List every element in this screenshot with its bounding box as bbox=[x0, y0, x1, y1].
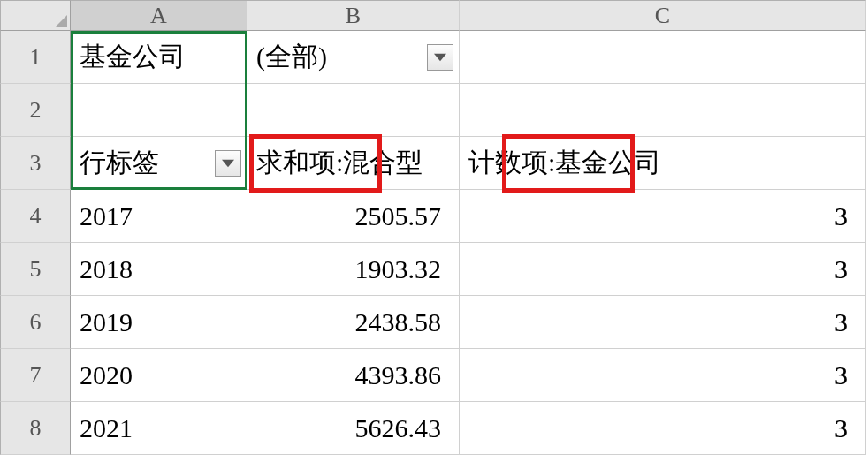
cell-B3[interactable]: 求和项:混合型 bbox=[247, 137, 460, 190]
cell-C7[interactable]: 3 bbox=[460, 349, 866, 402]
row-header-1[interactable]: 1 bbox=[0, 31, 71, 84]
count-field-header: 计数项:基金公司 bbox=[468, 145, 661, 181]
sum-value: 2505.57 bbox=[355, 201, 442, 231]
row-header-7[interactable]: 7 bbox=[0, 349, 71, 402]
row-header-2[interactable]: 2 bbox=[0, 84, 71, 137]
col-header-C[interactable]: C bbox=[460, 0, 866, 31]
count-value: 3 bbox=[834, 201, 848, 231]
year-value: 2017 bbox=[80, 201, 133, 231]
year-value: 2019 bbox=[80, 307, 133, 337]
row-labels-dropdown-button[interactable] bbox=[215, 150, 241, 177]
row-labels-header: 行标签 bbox=[80, 145, 159, 181]
count-value: 3 bbox=[834, 360, 848, 390]
col-header-B[interactable]: B bbox=[247, 0, 460, 31]
sum-value: 4393.86 bbox=[355, 360, 442, 390]
row-header-5[interactable]: 5 bbox=[0, 243, 71, 296]
sum-field-header: 求和项:混合型 bbox=[256, 145, 423, 181]
row-header-8[interactable]: 8 bbox=[0, 402, 71, 455]
cell-C8[interactable]: 3 bbox=[460, 402, 866, 455]
year-value: 2020 bbox=[80, 360, 133, 390]
row-header-6[interactable]: 6 bbox=[0, 296, 71, 349]
cell-C5[interactable]: 3 bbox=[460, 243, 866, 296]
spreadsheet-grid: A B C 1 基金公司 (全部) 2 3 行标签 求和项:混合型 计数项:基金… bbox=[0, 0, 868, 455]
cell-A7[interactable]: 2020 bbox=[71, 349, 247, 402]
count-value: 3 bbox=[834, 413, 848, 443]
cell-A5[interactable]: 2018 bbox=[71, 243, 247, 296]
cell-B2[interactable] bbox=[247, 84, 460, 137]
cell-A4[interactable]: 2017 bbox=[71, 190, 247, 243]
sum-value: 1903.32 bbox=[355, 254, 442, 284]
cell-B4[interactable]: 2505.57 bbox=[247, 190, 460, 243]
cell-C2[interactable] bbox=[460, 84, 866, 137]
cell-A8[interactable]: 2021 bbox=[71, 402, 247, 455]
cell-B7[interactable]: 4393.86 bbox=[247, 349, 460, 402]
cell-B6[interactable]: 2438.58 bbox=[247, 296, 460, 349]
row-header-3[interactable]: 3 bbox=[0, 137, 71, 190]
cell-C3[interactable]: 计数项:基金公司 bbox=[460, 137, 866, 190]
cell-B8[interactable]: 5626.43 bbox=[247, 402, 460, 455]
cell-B5[interactable]: 1903.32 bbox=[247, 243, 460, 296]
chevron-down-icon bbox=[434, 53, 446, 62]
cell-A2[interactable] bbox=[71, 84, 247, 137]
cell-C1[interactable] bbox=[460, 31, 866, 84]
cell-C6[interactable]: 3 bbox=[460, 296, 866, 349]
row-header-4[interactable]: 4 bbox=[0, 190, 71, 243]
cell-C4[interactable]: 3 bbox=[460, 190, 866, 243]
count-value: 3 bbox=[834, 254, 848, 284]
cell-A1[interactable]: 基金公司 bbox=[71, 31, 247, 84]
select-all-corner[interactable] bbox=[0, 0, 71, 31]
sum-value: 2438.58 bbox=[355, 307, 442, 337]
sum-value: 5626.43 bbox=[355, 413, 442, 443]
year-value: 2021 bbox=[80, 413, 133, 443]
year-value: 2018 bbox=[80, 254, 133, 284]
pivot-filter-value: (全部) bbox=[256, 39, 327, 75]
cell-A6[interactable]: 2019 bbox=[71, 296, 247, 349]
col-header-A[interactable]: A bbox=[71, 0, 247, 31]
cell-B1[interactable]: (全部) bbox=[247, 31, 460, 84]
cell-A3[interactable]: 行标签 bbox=[71, 137, 247, 190]
count-value: 3 bbox=[834, 307, 848, 337]
filter-dropdown-button[interactable] bbox=[427, 44, 453, 71]
pivot-filter-field-label: 基金公司 bbox=[80, 39, 186, 75]
chevron-down-icon bbox=[222, 159, 234, 168]
